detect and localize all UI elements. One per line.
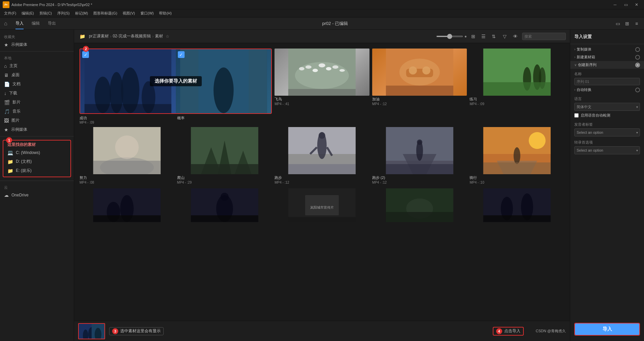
tab-edit[interactable]: 编辑: [32, 18, 40, 29]
language-select[interactable]: 简体中文 英语 日语: [574, 103, 640, 111]
name-section-label: 名称: [570, 69, 644, 77]
desktop-icon: 🖥: [4, 72, 9, 78]
selected-item-2[interactable]: ✓: [176, 49, 271, 113]
sequence-name-input[interactable]: [574, 78, 640, 85]
media-item-lianxi[interactable]: 练习 MP4 - :09: [470, 49, 565, 114]
sidebar-item-label: D: (文档): [16, 159, 32, 164]
menu-edit[interactable]: 编辑(E): [19, 9, 37, 17]
tab-import[interactable]: 导入: [15, 18, 24, 29]
panel-icon-1[interactable]: ▭: [614, 20, 621, 27]
menu-graphics[interactable]: 图形和标题(G): [91, 9, 120, 17]
svg-rect-77: [386, 212, 453, 222]
media-item-paobu[interactable]: 跑步 MP4 - :12: [275, 127, 369, 186]
media-item-pashan[interactable]: 爬山 MP4 - :29: [177, 127, 272, 186]
panel-row-auto-convert[interactable]: › 自动转换: [570, 86, 644, 94]
tab-export[interactable]: 导出: [48, 18, 56, 29]
sidebar-item-downloads[interactable]: ↓ 下载: [0, 89, 74, 98]
transcript-pref-select[interactable]: Select an option: [574, 146, 640, 154]
birds-label: 飞鸟: [275, 96, 369, 102]
media-item-birds[interactable]: 飞鸟 MP4 - :41: [275, 49, 369, 114]
sidebar-item-movies[interactable]: 🎬 影片: [0, 98, 74, 107]
menu-window[interactable]: 窗口(W): [138, 9, 157, 17]
folder-icon: 📁: [7, 159, 13, 164]
tab-home-icon[interactable]: ⌂: [4, 18, 7, 29]
movie-icon: 🎬: [4, 100, 10, 105]
media-item-green[interactable]: [372, 188, 467, 225]
sidebar-item-e-drive[interactable]: 📁 E: (娱乐): [3, 166, 70, 175]
minimize-button[interactable]: ─: [610, 1, 620, 8]
folder-up-icon[interactable]: 📁: [78, 32, 86, 40]
svg-point-55: [417, 140, 422, 145]
language-select-wrapper[interactable]: 简体中文 英语 日语: [574, 103, 640, 111]
eye-icon[interactable]: 👁: [511, 32, 519, 40]
grid-view-button[interactable]: ⊞: [470, 33, 477, 40]
media-item-qixing[interactable]: 骑行 MP4 - :10: [470, 127, 565, 186]
panel-checkbox-speech[interactable]: 启用语音自动检测: [570, 112, 644, 119]
svg-point-59: [529, 132, 546, 149]
search-input[interactable]: [522, 33, 566, 40]
menu-help[interactable]: 帮助(H): [156, 9, 174, 17]
hint-badge-3: 3: [112, 328, 118, 334]
import-button[interactable]: 导入: [575, 323, 639, 335]
project-title: pr02 - 已编辑: [64, 21, 606, 27]
media-item-jiayou[interactable]: 加油 MP4 - :12: [372, 49, 467, 114]
sidebar-item-documents[interactable]: 📄 文档: [0, 80, 74, 89]
sidebar-item-pictures[interactable]: 🖼 图片: [0, 116, 74, 125]
media-item-dark2[interactable]: [177, 188, 272, 225]
speaker-tag-select[interactable]: Select an option: [574, 128, 640, 136]
panel-row-copy-media[interactable]: › 复制媒体: [570, 45, 644, 53]
restore-button[interactable]: ▭: [621, 1, 631, 8]
transcript-pref-select-wrapper[interactable]: Select an option: [574, 146, 640, 154]
list-view-button[interactable]: ☰: [480, 33, 487, 40]
speech-detect-label: 启用语音自动检测: [581, 113, 610, 118]
panel-icon-2[interactable]: ⊞: [624, 20, 631, 27]
favorite-icon[interactable]: ☆: [166, 34, 169, 39]
qixing-thumb: [470, 127, 565, 174]
filter-icon[interactable]: ▽: [501, 32, 509, 40]
sort-icon[interactable]: ⇅: [490, 32, 498, 40]
sidebar-item-sample-media[interactable]: ★ 示例媒体: [0, 125, 74, 134]
auto-convert-radio[interactable]: [635, 88, 640, 92]
sidebar-item-sample-media-fav[interactable]: ★ 示例媒体: [0, 40, 74, 49]
media-item-nuli[interactable]: 努力 MP4 - :08: [79, 127, 174, 186]
panel-row-new-bin[interactable]: › 新建素材箱: [570, 53, 644, 61]
speech-detect-checkbox[interactable]: [574, 113, 579, 118]
checkbox-selected-2: ✓: [178, 51, 185, 58]
speaker-tag-select-wrapper[interactable]: Select an option: [574, 128, 640, 136]
copy-media-radio[interactable]: [635, 47, 640, 52]
zoom-slider[interactable]: [436, 36, 463, 37]
media-item-paobu2[interactable]: 跑步 (2) MP4 - :12: [372, 127, 467, 186]
menu-clip[interactable]: 剪辑(C): [37, 9, 55, 17]
create-sequence-radio[interactable]: [635, 63, 640, 67]
selected-item-1[interactable]: ✓: [80, 49, 176, 113]
sidebar-item-c-drive[interactable]: 💻 C: (Windows): [3, 148, 70, 157]
menu-view[interactable]: 视图(V): [120, 9, 138, 17]
menu-sequence[interactable]: 序列(S): [55, 9, 72, 17]
close-button[interactable]: ✕: [632, 1, 641, 8]
sidebar-item-desktop[interactable]: 🖥 桌面: [0, 70, 74, 80]
breadcrumb-level3[interactable]: 素材: [155, 33, 163, 39]
menu-mark[interactable]: 标记(M): [72, 9, 91, 17]
sidebar-item-music[interactable]: 🎵 音乐: [0, 107, 74, 116]
menu-file[interactable]: 文件(F): [1, 9, 19, 17]
media-item-dark3[interactable]: [470, 188, 565, 225]
window-title: Adobe Premiere Pro 2024 - D:\PrTest\pr02…: [11, 3, 610, 7]
lianxi-meta: MP4 - :09: [470, 102, 565, 107]
tab-right-icons: ▭ ⊞ ≡: [614, 20, 640, 27]
sidebar-item-home[interactable]: ⌂ 主页: [0, 61, 74, 70]
window-controls[interactable]: ─ ▭ ✕: [610, 1, 641, 8]
sidebar-item-d-drive[interactable]: 📁 D: (文档): [3, 157, 70, 166]
sidebar-item-label: C: (Windows): [16, 150, 40, 155]
media-item-city[interactable]: 岚阳城市宣传片: [275, 188, 369, 225]
new-bin-radio[interactable]: [635, 55, 640, 60]
selected-inner-grid: ✓ ✓: [80, 49, 271, 113]
music-icon: 🎵: [4, 109, 10, 114]
dark2-meta: [177, 223, 272, 225]
panel-icon-3[interactable]: ≡: [633, 20, 640, 27]
sidebar-item-onedrive[interactable]: ☁ OneDrive: [0, 191, 74, 199]
checkbox-selected-1: ✓: [82, 51, 89, 58]
panel-row-create-sequence[interactable]: ∨ 创建新序列: [570, 61, 644, 69]
breadcrumb-root[interactable]: pr正课素材: [89, 33, 109, 39]
breadcrumb-level2[interactable]: 02-完成一条视频剪辑: [113, 33, 151, 39]
media-item-dark1[interactable]: [79, 188, 174, 225]
